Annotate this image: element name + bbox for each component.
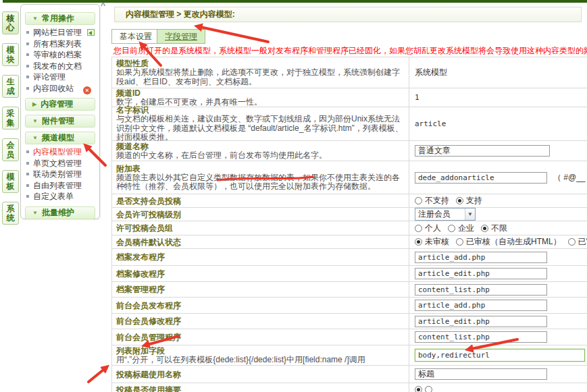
input-channel-name[interactable]	[415, 145, 550, 157]
sidebar-group-batch-maintain[interactable]: ▼批量维护	[25, 206, 95, 219]
sidebar-item-linkage-category-manage[interactable]: 联动类别管理	[21, 169, 99, 180]
value-cell: 不支持支持	[409, 194, 587, 207]
radio-member-group-2[interactable]	[481, 225, 488, 232]
item-bullet-icon	[26, 184, 29, 187]
sidebar-item-my-documents[interactable]: 我发布的文档	[21, 61, 99, 72]
radio-member-group-1[interactable]	[448, 225, 455, 232]
radio-member-default-status-0[interactable]	[415, 238, 422, 246]
radio-member-contribute-0[interactable]	[415, 197, 422, 204]
module-tab-3[interactable]: 采集	[2, 107, 19, 130]
module-tab-char: 心	[3, 23, 18, 32]
sidebar-group-channel-model[interactable]: ▼频道模型	[25, 132, 95, 144]
input-contribute-title-name[interactable]	[415, 368, 547, 380]
row-label: 前台会员发布程序	[116, 301, 409, 310]
recycle-icon[interactable]: ×	[83, 86, 91, 94]
row-label: 模型性质	[116, 59, 409, 68]
form-row-member-level: 会员许可投稿级别注册会员▼	[112, 208, 587, 221]
input-member-manage-program[interactable]	[415, 331, 547, 343]
form-row-archive-edit-program: 档案修改程序	[112, 266, 587, 282]
module-tab-2[interactable]: 生成	[2, 75, 19, 98]
row-label: 档案发布程序	[116, 252, 409, 262]
module-tab-char: 模	[3, 45, 18, 55]
form-row-contribute-title-name: 投稿标题使用名称	[112, 366, 587, 383]
input-member-edit-program[interactable]	[415, 316, 547, 327]
module-tab-char: 生	[3, 77, 18, 86]
sidebar-item-content-model-manage[interactable]: 内容模型管理	[21, 146, 99, 158]
sidebar-item-site-column-manage[interactable]: 网站栏目管理	[21, 27, 99, 38]
group-arrow-icon: ▶	[32, 101, 36, 107]
radio-contribute-use-summary-1[interactable]	[425, 386, 432, 392]
item-bullet-icon	[26, 53, 29, 56]
input-addon-table[interactable]	[415, 172, 547, 184]
sidebar-item-custom-form[interactable]: 自定义表单	[21, 191, 99, 202]
item-label: 自定义表单	[33, 192, 74, 201]
radio-member-contribute-1[interactable]	[456, 197, 463, 204]
label-cell: 档案管理程序	[112, 282, 409, 297]
sidebar-item-free-list-manage[interactable]: 自由列表管理	[21, 180, 99, 192]
radio-label: 不支持	[425, 195, 449, 206]
module-tab-6[interactable]: 系统	[2, 202, 19, 225]
sidebar-group-attachment-manage[interactable]: ▼附件管理	[25, 115, 95, 128]
group-arrow-icon: ▼	[32, 210, 38, 216]
module-tab-0[interactable]: 核心	[2, 11, 19, 34]
sidebar-group-items: 网站栏目管理所有档案列表等审核的档案我发布的文档评论管理内容回收站×	[21, 27, 99, 94]
select-member-level[interactable]: 注册会员▼	[415, 208, 476, 221]
sidebar-item-pending-archives[interactable]: 等审核的档案	[21, 49, 99, 61]
radio-contribute-use-summary-0[interactable]	[415, 386, 422, 392]
radio-member-group-0[interactable]	[415, 225, 422, 232]
row-label: 名字标识	[116, 105, 409, 115]
module-tab-char: 板	[3, 181, 18, 191]
value-cell	[409, 366, 587, 383]
sidebar-item-comment-manage[interactable]: 评论管理	[21, 72, 99, 83]
item-bullet-icon	[26, 195, 29, 198]
arrow-bottom-left	[88, 367, 107, 382]
group-label: 附件管理	[42, 116, 74, 125]
collapse-sidebar-icon[interactable]: ^	[101, 1, 105, 10]
module-tab-char: 模	[3, 172, 18, 181]
module-tab-char: 系	[3, 204, 18, 213]
module-tab-4[interactable]: 会员	[2, 138, 19, 161]
module-tab-char: 员	[3, 150, 18, 159]
item-label: 联动类别管理	[33, 169, 82, 179]
module-tab-char: 核	[3, 13, 18, 23]
module-tab-1[interactable]: 模块	[2, 43, 19, 66]
input-archive-edit-program[interactable]	[415, 268, 547, 279]
module-tab-char: 成	[3, 86, 18, 96]
group-label: 批量维护	[42, 208, 74, 217]
dedecms-admin-page: { "colors": { "annotation_red": "#e8382a…	[0, 0, 587, 392]
input-archive-manage-program[interactable]	[415, 284, 547, 296]
sidebar-item-single-page-manage[interactable]: 单页文档管理	[21, 158, 99, 169]
item-label: 单页文档管理	[33, 159, 82, 168]
row-label: 频道ID	[116, 88, 409, 98]
row-label: 附加表	[116, 164, 409, 173]
row-description: 如果为系统模型将禁止删除，此选项不可更改，对于独立模型，系统强制创建字段aid、…	[116, 68, 405, 86]
input-list-extra-fields[interactable]	[415, 349, 585, 362]
label-cell: 前台会员修改程序	[112, 314, 409, 329]
radio-member-default-status-2[interactable]	[568, 238, 576, 246]
radio-member-default-status-1[interactable]	[456, 238, 463, 246]
module-tab-char: 会	[3, 140, 18, 150]
form-row-name-identifier: 名字标识与文档的模板相关连，建议由英文、数字或下划线组成，因为部份Unix系统无…	[112, 107, 587, 141]
tab-field-manage[interactable]: 字段管理	[157, 29, 205, 44]
tab-basic-settings[interactable]: 基本设置	[111, 29, 160, 44]
switch-site-icon[interactable]	[87, 29, 95, 36]
value-cell: （ #@__ 是表	[409, 161, 587, 194]
select-value: 注册会员	[415, 208, 465, 220]
sidebar-item-recycle-bin[interactable]: 内容回收站×	[21, 83, 99, 94]
sidebar-group-common-ops[interactable]: ▼常用操作	[25, 12, 95, 25]
input-archive-add-program[interactable]	[415, 252, 547, 263]
module-tab-5[interactable]: 模板	[2, 170, 19, 193]
label-cell: 会员许可投稿级别	[112, 208, 409, 221]
value-cell: 系统模型	[409, 57, 587, 88]
label-cell: 名字标识与文档的模板相关连，建议由英文、数字或下划线组成，因为部份Unix系统无…	[112, 107, 409, 140]
item-label: 所有档案列表	[33, 39, 82, 49]
sidebar-item-all-archives[interactable]: 所有档案列表	[21, 38, 99, 50]
label-cell: 频道ID数字，创建后不可更改，并具有唯一性。	[112, 88, 409, 107]
row-description: 频道除主表以外其它自定义类型数据存放数据的表，如果你不使用主表关连的各种特性（推…	[116, 173, 405, 192]
input-member-add-program[interactable]	[415, 300, 547, 311]
row-label: 会员稿件默认状态	[116, 237, 409, 247]
row-label: 频道名称	[116, 142, 409, 151]
item-bullet-icon	[26, 31, 29, 34]
value-cell	[409, 249, 587, 265]
sidebar-group-content-manage[interactable]: ▶内容管理	[25, 98, 95, 111]
